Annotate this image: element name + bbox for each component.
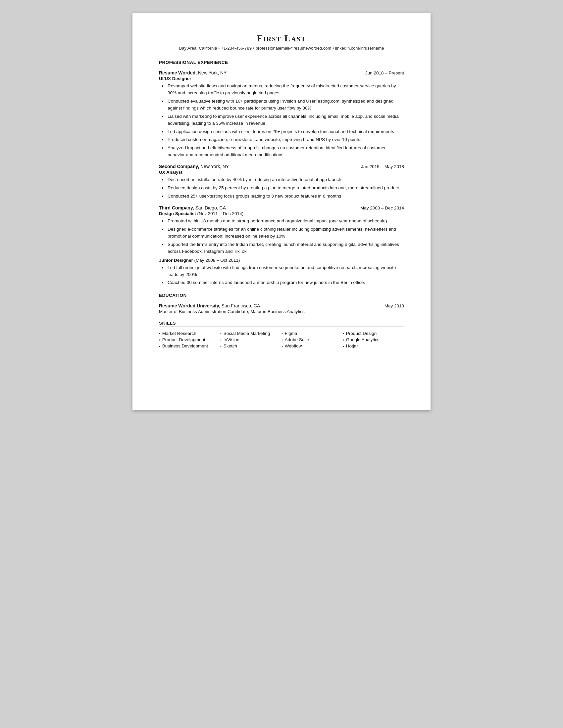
job-dates-1: Jun 2018 – Present <box>365 70 404 75</box>
education-section: Education Resume Worded University, San … <box>159 293 404 314</box>
bullet-item: Conducted evaluative testing with 10+ pa… <box>162 98 404 112</box>
job-bullets-2: Decreased uninstallation rate by 40% by … <box>159 176 404 200</box>
skills-column-2: • Social Media Marketing • InVision • Sk… <box>220 331 282 348</box>
skill-item: • InVision <box>220 337 282 342</box>
bullet-item: Produced customer magazine, e-newsletter… <box>162 136 404 143</box>
skill-bullet-icon: • <box>343 332 344 336</box>
skill-item: • Business Development <box>159 343 220 348</box>
bullet-item: Designed e-commerce strategies for an on… <box>162 226 404 240</box>
skill-label: Market Research <box>162 331 196 336</box>
job-sub-title-3: Junior Designer (May 2008 – Oct 2011) <box>159 258 404 263</box>
skill-bullet-icon: • <box>282 344 283 348</box>
skill-bullet-icon: • <box>343 344 344 348</box>
skill-label: Social Media Marketing <box>223 331 270 336</box>
bullet-item: Revamped website flows and navigation me… <box>162 83 404 97</box>
bullet-item: Analyzed impact and effectiveness of in-… <box>162 145 404 159</box>
job-dates-2: Jan 2015 – May 2018 <box>361 164 404 169</box>
job-title-text-3: Design Specialist <box>159 211 196 216</box>
skills-section: Skills • Market Research • Product Devel… <box>159 321 404 348</box>
contact-info: Bay Area, California • +1-234-456-789 • … <box>159 46 404 51</box>
job-block-2: Second Company, New York, NY Jan 2015 – … <box>159 164 404 200</box>
job-dates-3: May 2008 – Dec 2014 <box>360 205 404 210</box>
bullet-item: Led application design sessions with cli… <box>162 128 404 135</box>
skill-bullet-icon: • <box>220 344 221 348</box>
edu-school-location-1: San Francisco, CA <box>221 303 260 308</box>
job-header-3: Third Company, San Diego, CA May 2008 – … <box>159 205 404 210</box>
skill-bullet-icon: • <box>159 332 160 336</box>
job-block-3: Third Company, San Diego, CA May 2008 – … <box>159 205 404 286</box>
job-title-1: UI/UX Designer <box>159 76 404 81</box>
edu-school-1: Resume Worded University, San Francisco,… <box>159 303 260 308</box>
job-block-1: Resume Worded, New York, NY Jun 2018 – P… <box>159 70 404 159</box>
skills-column-1: • Market Research • Product Development … <box>159 331 220 348</box>
resume-page: First Last Bay Area, California • +1-234… <box>132 13 431 410</box>
skill-item: • Google Analytics <box>343 337 404 342</box>
skill-bullet-icon: • <box>343 338 344 342</box>
job-bullets-3-sub: Led full redesign of website with findin… <box>159 264 404 287</box>
company-name-3: Third Company <box>159 205 193 210</box>
skill-item: • Market Research <box>159 331 220 336</box>
skill-item: • Adobe Suite <box>282 337 343 342</box>
skill-item: • Sketch <box>220 343 282 348</box>
skill-label: Webflow <box>285 343 302 348</box>
skill-bullet-icon: • <box>282 338 283 342</box>
candidate-name: First Last <box>159 33 404 44</box>
job-location-1: New York, NY <box>198 70 226 75</box>
bullet-item: Led full redesign of website with findin… <box>162 264 404 278</box>
job-bullets-1: Revamped website flows and navigation me… <box>159 83 404 159</box>
job-company-3: Third Company, San Diego, CA <box>159 205 226 210</box>
skill-item: • Hotjar <box>343 343 404 348</box>
skill-label: Product Design <box>346 331 377 336</box>
bullet-item: Promoted within 18 months due to strong … <box>162 218 404 225</box>
job-title-dates-3: (Nov 2011 – Dec 2014) <box>197 211 244 216</box>
job-location-3: San Diego, CA <box>195 205 226 210</box>
skill-bullet-icon: • <box>282 332 283 336</box>
skill-label: Product Development <box>162 337 205 342</box>
bullet-item: Decreased uninstallation rate by 40% by … <box>162 176 404 183</box>
skills-section-title: Skills <box>159 321 404 327</box>
edu-dates-1: May 2010 <box>385 303 404 308</box>
skill-label: Adobe Suite <box>285 337 309 342</box>
skill-label: Sketch <box>223 343 237 348</box>
bullet-item: Reduced design costs by 25 percent by cr… <box>162 185 404 192</box>
skill-item: • Webflow <box>282 343 343 348</box>
job-title-3: Design Specialist (Nov 2011 – Dec 2014) <box>159 211 404 216</box>
skill-item: • Product Development <box>159 337 220 342</box>
skills-column-3: • Figma • Adobe Suite • Webflow <box>282 331 343 348</box>
skill-label: Figma <box>285 331 298 336</box>
bullet-item: Coached 30 summer interns and launched a… <box>162 279 404 286</box>
education-section-title: Education <box>159 293 404 299</box>
skill-label: InVision <box>223 337 239 342</box>
skill-label: Google Analytics <box>346 337 380 342</box>
job-company-2: Second Company, New York, NY <box>159 164 229 169</box>
experience-section: Professional Experience Resume Worded, N… <box>159 60 404 286</box>
job-sub-title-dates-3: (May 2008 – Oct 2011) <box>194 258 240 263</box>
experience-section-title: Professional Experience <box>159 60 404 66</box>
bullet-item: Supported the firm's entry into the Indi… <box>162 241 404 255</box>
edu-header-1: Resume Worded University, San Francisco,… <box>159 303 404 308</box>
skill-item: • Social Media Marketing <box>220 331 282 336</box>
skill-label: Business Development <box>162 343 208 348</box>
edu-school-name-1: Resume Worded University, <box>159 303 220 308</box>
skill-item: • Product Design <box>343 331 404 336</box>
skills-grid: • Market Research • Product Development … <box>159 331 404 348</box>
job-header-2: Second Company, New York, NY Jan 2015 – … <box>159 164 404 169</box>
job-sub-title-text-3: Junior Designer <box>159 258 193 263</box>
skill-item: • Figma <box>282 331 343 336</box>
edu-degree-1: Master of Business Administration Candid… <box>159 309 404 314</box>
skill-bullet-icon: • <box>220 332 221 336</box>
job-title-2: UX Analyst <box>159 170 404 175</box>
company-name-2: Second Company <box>159 164 198 169</box>
job-bullets-3-main: Promoted within 18 months due to strong … <box>159 218 404 255</box>
edu-block-1: Resume Worded University, San Francisco,… <box>159 303 404 314</box>
skill-bullet-icon: • <box>159 338 160 342</box>
job-location-2: New York, NY <box>200 164 229 169</box>
skill-bullet-icon: • <box>159 344 160 348</box>
job-header-1: Resume Worded, New York, NY Jun 2018 – P… <box>159 70 404 75</box>
skill-bullet-icon: • <box>220 338 221 342</box>
resume-header: First Last Bay Area, California • +1-234… <box>159 33 404 51</box>
company-name-1: Resume Worded <box>159 70 195 75</box>
skills-column-4: • Product Design • Google Analytics • Ho… <box>343 331 404 348</box>
bullet-item: Conducted 25+ user-testing focus groups … <box>162 193 404 200</box>
skill-label: Hotjar <box>346 343 358 348</box>
